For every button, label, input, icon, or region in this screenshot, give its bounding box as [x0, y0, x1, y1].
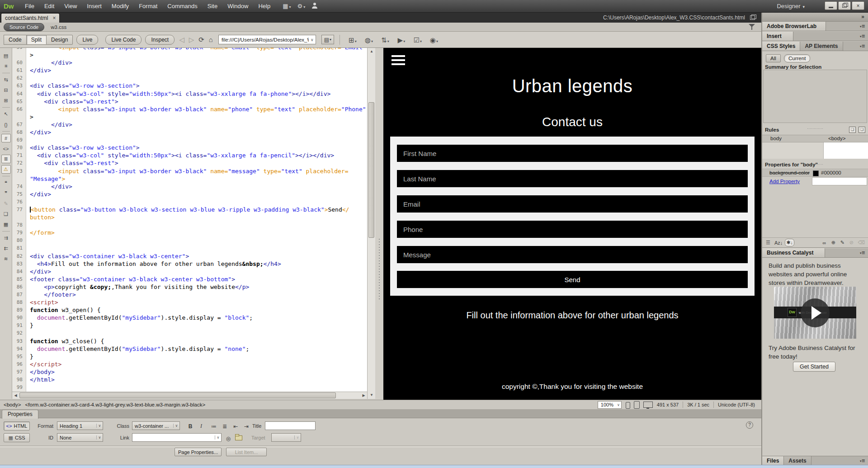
line-numbers-icon[interactable]: #: [1, 134, 11, 142]
code-line[interactable]: 74 </div>: [12, 183, 367, 190]
code-line[interactable]: 66 <input class="w3-input w3-border w3-b…: [12, 105, 367, 113]
preview-input-first-name[interactable]: [397, 145, 748, 162]
code-line[interactable]: 89function w3_open() {: [12, 306, 367, 314]
indent-icon[interactable]: ⇥: [241, 421, 251, 431]
tab-insert[interactable]: Insert: [762, 32, 793, 41]
collapse-panels-icon[interactable]: »: [861, 14, 864, 20]
format-select[interactable]: Heading 1∨: [57, 421, 103, 430]
code-line[interactable]: "Message">: [12, 175, 367, 183]
code-line[interactable]: 94 document.getElementById("mySidebar").…: [12, 345, 367, 353]
move-css-icon[interactable]: ▦: [1, 220, 11, 229]
inspect-button[interactable]: Inspect: [145, 35, 175, 45]
preview-input-message[interactable]: [397, 246, 748, 263]
format-source-icon[interactable]: ≋: [1, 255, 11, 263]
code-line[interactable]: 85<footer class="w3-container w3-black w…: [12, 275, 367, 283]
tab-close-icon[interactable]: ×: [52, 15, 56, 21]
source-code-button[interactable]: Source Code: [4, 23, 44, 31]
code-line[interactable]: 64 <div class="w3-col" style="width:50px…: [12, 90, 367, 98]
italic-button[interactable]: I: [196, 421, 206, 431]
show-list-view-icon[interactable]: ✱↓: [785, 239, 794, 246]
balance-braces-icon[interactable]: {}: [1, 120, 11, 129]
code-line[interactable]: 62: [12, 74, 367, 82]
id-select[interactable]: None∨: [57, 433, 103, 442]
outdent-code-icon[interactable]: ⇇: [1, 244, 11, 253]
code-line[interactable]: 68</div>: [12, 128, 367, 136]
wrap-tag-icon[interactable]: ✎: [1, 199, 11, 208]
code-line[interactable]: 78: [12, 221, 367, 229]
code-line[interactable]: 82<div class="w3-container w3-black w3-c…: [12, 252, 367, 260]
menu-help[interactable]: Help: [253, 0, 275, 13]
show-cascade-icon[interactable]: ❏: [849, 127, 856, 133]
restore-button[interactable]: [838, 1, 851, 10]
code-vertical-scrollbar[interactable]: ▲ ▼: [367, 48, 375, 399]
edit-rule-icon[interactable]: ✎: [838, 239, 846, 246]
close-button[interactable]: ×: [852, 1, 864, 10]
code-line[interactable]: 76: [12, 198, 367, 206]
forward-icon[interactable]: ▷: [189, 36, 194, 44]
color-swatch[interactable]: [813, 170, 819, 176]
preview-in-browser-icon[interactable]: ◍▾: [363, 35, 375, 45]
refresh-icon[interactable]: ⟳: [198, 36, 204, 44]
document-restore-icon[interactable]: [750, 15, 755, 20]
multiscreen-preview-icon[interactable]: ⊞▾: [346, 35, 359, 45]
code-line[interactable]: 59 <input class="w3-input w3-border w3-b…: [12, 48, 367, 51]
open-documents-icon[interactable]: ▤: [1, 52, 11, 60]
tablet-size-icon[interactable]: [634, 401, 640, 409]
code-line[interactable]: 93function w3_close() {: [12, 337, 367, 345]
collapse-selection-icon[interactable]: ⊟: [1, 86, 11, 95]
code-line[interactable]: 61</div>: [12, 66, 367, 74]
link-input[interactable]: ∨: [132, 433, 222, 442]
browse-folder-icon[interactable]: [235, 435, 242, 440]
menu-view[interactable]: View: [59, 0, 82, 13]
address-bar[interactable]: file:///C|/Users/ARojas/Desktop/Alex_W3.…: [218, 35, 316, 44]
menu-site[interactable]: Site: [203, 0, 222, 13]
code-line[interactable]: 96</script>: [12, 360, 367, 368]
window-size[interactable]: 491 x 537: [657, 402, 679, 407]
menu-commands[interactable]: Commands: [162, 0, 202, 13]
code-line[interactable]: 86 <p>copyright &copy;,Thank you for vis…: [12, 283, 367, 291]
back-icon[interactable]: ◁: [179, 36, 184, 44]
html-mode-button[interactable]: <> HTML: [4, 421, 30, 430]
property-value[interactable]: #000000: [821, 169, 841, 176]
css-mode-button[interactable]: ▦ CSS: [4, 433, 30, 442]
home-icon[interactable]: ⌂: [209, 36, 213, 43]
split-view-divider[interactable]: [375, 48, 383, 400]
panel-menu-icon[interactable]: ▾≣: [860, 24, 865, 28]
menu-format[interactable]: Format: [134, 0, 162, 13]
class-select[interactable]: w3-container ...∨: [132, 421, 180, 430]
page-properties-button[interactable]: Page Properties...: [175, 448, 222, 456]
code-line[interactable]: 87 </footer>: [12, 291, 367, 298]
desktop-size-icon[interactable]: [643, 402, 653, 408]
code-line[interactable]: >: [12, 113, 367, 121]
live-code-button[interactable]: Live Code: [105, 35, 142, 45]
menu-insert[interactable]: Insert: [82, 0, 107, 13]
code-line[interactable]: 98</html>: [12, 376, 367, 383]
code-line[interactable]: 69: [12, 136, 367, 144]
get-started-button[interactable]: Get Started: [793, 362, 835, 372]
menu-modify[interactable]: Modify: [107, 0, 134, 13]
code-line[interactable]: 65 <div class="w3-rest">: [12, 98, 367, 105]
sort-properties-icon[interactable]: Az↓: [773, 239, 784, 246]
visual-aids-icon[interactable]: ◉▾: [428, 35, 440, 45]
panel-menu-icon[interactable]: ▾≣: [860, 33, 865, 38]
code-line[interactable]: 84</div>: [12, 268, 367, 275]
syntax-error-alerts-icon[interactable]: ≣: [1, 155, 11, 163]
code-line[interactable]: 88<script>: [12, 298, 367, 306]
code-line[interactable]: 73 <input class="w3-input w3-border w3-b…: [12, 167, 367, 175]
code-line[interactable]: 71 <div class="w3-col" style="width:50px…: [12, 151, 367, 159]
outdent-icon[interactable]: ⇤: [231, 421, 241, 431]
css-property-row[interactable]: background-color #000000: [762, 169, 868, 177]
scroll-left-icon[interactable]: ◀: [12, 392, 19, 399]
code-line[interactable]: >: [12, 51, 367, 59]
unordered-list-icon[interactable]: ≔: [209, 421, 219, 431]
filter-funnel-icon[interactable]: [749, 24, 755, 30]
code-line[interactable]: 77<button class="w3-button w3-block w3-s…: [12, 206, 367, 213]
title-input[interactable]: [265, 421, 316, 430]
delete-css-rule-icon[interactable]: ⌫: [856, 239, 866, 246]
tab-assets[interactable]: Assets: [784, 456, 811, 465]
code-line[interactable]: 79</form>: [12, 229, 367, 236]
cs-live-icon[interactable]: [311, 3, 318, 10]
view-live-button[interactable]: Live: [76, 35, 98, 45]
splitter-handle[interactable]: [378, 238, 381, 301]
code-line[interactable]: 91}: [12, 321, 367, 329]
